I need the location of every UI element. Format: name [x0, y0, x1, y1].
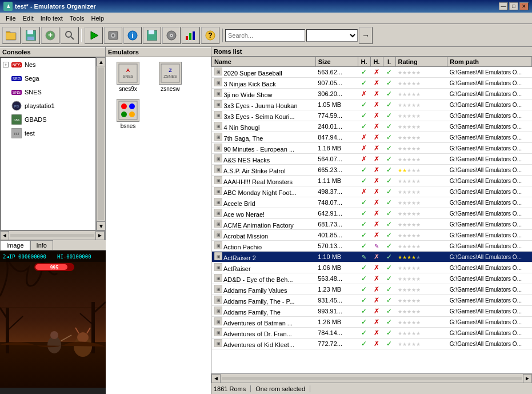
consoles-scroll-up[interactable]: ▲ — [97, 57, 105, 66]
rom-rating[interactable]: ★★★★★ — [395, 197, 447, 208]
open-folder-button[interactable] — [2, 27, 21, 44]
rom-rating[interactable]: ★★★★★ — [395, 186, 447, 197]
rom-rating[interactable]: ★★★★★ — [395, 143, 447, 154]
table-row[interactable]: ▣ AD&D - Eye of the Beh... 563.48... ✓ ✗… — [212, 273, 532, 284]
col-h1[interactable]: H. — [358, 57, 370, 67]
table-row[interactable]: ▣ Addams Family, The - P... 931.45... ✓ … — [212, 295, 532, 306]
menu-help[interactable]: Help — [88, 14, 108, 22]
rom-rating[interactable]: ★★★★★ — [395, 284, 447, 295]
table-row[interactable]: ▣ Addams Family, The 993.91... ✓ ✗ ✓ ★★★… — [212, 306, 532, 317]
col-rating[interactable]: Rating — [395, 57, 447, 67]
consoles-scroll-right[interactable]: ► — [95, 231, 105, 240]
chart-button[interactable] — [182, 27, 200, 44]
filter-dropdown[interactable] — [306, 29, 358, 42]
table-row[interactable]: ▣ 7th Saga, The 847.94... ✗ ✗ ✓ ★★★★★ G:… — [212, 132, 532, 143]
table-row[interactable]: ▣ 90 Minutes - European ... 1.18 MB ✗ ✗ … — [212, 143, 532, 154]
emulator-bsnes[interactable]: bsnes — [108, 97, 148, 132]
table-row[interactable]: ▣ ActRaiser 2 1.10 MB ✎ ✗ ✓ ★★★★★ G:\Gam… — [212, 252, 532, 262]
emulator-snes9x[interactable]: ASNES snes9x — [108, 59, 148, 94]
table-row[interactable]: ▣ 2020 Super Baseball 563.62... ✓ ✗ ✓ ★★… — [212, 67, 532, 78]
col-size[interactable]: Size — [315, 57, 358, 67]
col-i[interactable]: I. — [383, 57, 395, 67]
emulator-zsnesw[interactable]: ZZSNES zsnesw — [150, 59, 190, 94]
menu-info-text[interactable]: Info text — [37, 14, 66, 22]
rom-rating[interactable]: ★★★★★ — [395, 89, 447, 100]
tab-info[interactable]: Info — [30, 240, 53, 250]
consoles-scroll-down[interactable]: ▼ — [97, 221, 105, 230]
table-row[interactable]: ▣ 3 Ninjas Kick Back 907.05... ✓ ✗ ✓ ★★★… — [212, 78, 532, 89]
table-row[interactable]: ▣ Adventures of Kid Kleet... 772.72... ✓… — [212, 339, 532, 349]
close-button[interactable]: ✕ — [519, 2, 529, 10]
col-rompath[interactable]: Rom path — [447, 57, 532, 67]
maximize-button[interactable]: □ — [509, 2, 518, 10]
rom-rating[interactable]: ★★★★★ — [395, 262, 447, 273]
menu-tools[interactable]: Tools — [66, 14, 88, 22]
table-row[interactable]: ▣ Accele Brid 748.07... ✓ ✗ ✓ ★★★★★ G:\G… — [212, 197, 532, 208]
col-h2[interactable]: H. — [370, 57, 383, 67]
save-button[interactable] — [22, 27, 40, 44]
rom-rating[interactable]: ★★★★★ — [395, 121, 447, 132]
rom-rating[interactable]: ★★★★★ — [395, 110, 447, 121]
table-row[interactable]: ▣ ACME Animation Factory 681.73... ✓ ✗ ✓… — [212, 219, 532, 230]
table-row[interactable]: ▣ ABC Monday Night Foot... 498.37... ✗ ✗… — [212, 186, 532, 197]
tab-image[interactable]: Image — [0, 240, 30, 250]
table-row[interactable]: ▣ A.S.P. Air Strike Patrol 665.23... ✓ ✗… — [212, 165, 532, 176]
table-row[interactable]: ▣ Acrobat Mission 401.85... ✓ ✗ ✓ ★★★★★ … — [212, 230, 532, 241]
table-row[interactable]: ▣ 4 Nin Shougi 240.01... ✓ ✗ ✓ ★★★★★ G:\… — [212, 121, 532, 132]
table-row[interactable]: ▣ 3x3 Eyes - Seima Kouri... 774.59... ✓ … — [212, 110, 532, 121]
minimize-button[interactable]: — — [499, 2, 508, 10]
search-input[interactable] — [225, 29, 305, 42]
disc-button[interactable] — [162, 27, 181, 44]
roms-scroll-left[interactable]: ◄ — [211, 374, 221, 383]
table-row[interactable]: ▣ Adventures of Dr. Fran... 784.14... ✓ … — [212, 328, 532, 339]
rom-rating[interactable]: ★★★★★ — [395, 241, 447, 252]
rom-rating[interactable]: ★★★★★ — [395, 78, 447, 89]
table-row[interactable]: ▣ AAAHH!!! Real Monsters 1.11 MB ✓ ✗ ✓ ★… — [212, 176, 532, 186]
info-button[interactable]: i — [123, 27, 142, 44]
roms-table-container[interactable]: Name Size H. H. I. Rating Rom path ▣ 202… — [211, 57, 532, 373]
table-row[interactable]: ▣ 3ji no Wide Show 306.20... ✗ ✗ ✓ ★★★★★… — [212, 89, 532, 100]
rom-rating[interactable]: ★★★★★ — [395, 317, 447, 328]
roms-hscroll[interactable]: ◄ ► — [211, 373, 532, 383]
rom-rating[interactable]: ★★★★★ — [395, 132, 447, 143]
menu-edit[interactable]: Edit — [19, 14, 37, 22]
rom-rating[interactable]: ★★★★★ — [395, 219, 447, 230]
table-row[interactable]: ▣ Ace wo Nerae! 642.91... ✓ ✗ ✓ ★★★★★ G:… — [212, 208, 532, 219]
export-button[interactable] — [143, 27, 161, 44]
console-item-nes[interactable]: + NES Nes — [1, 58, 95, 71]
rom-rating[interactable]: ★★★★★ — [395, 339, 447, 349]
add-button[interactable]: + — [41, 27, 59, 44]
help-button[interactable]: ? — [201, 27, 219, 44]
rom-rating[interactable]: ★★★★★ — [395, 176, 447, 186]
table-row[interactable]: ▣ 3x3 Eyes - Juuma Houkan 1.05 MB ✓ ✗ ✓ … — [212, 100, 532, 110]
rom-rating[interactable]: ★★★★★ — [395, 252, 447, 262]
console-item-gbads[interactable]: GBA GBADS — [1, 113, 95, 126]
rom-rating[interactable]: ★★★★★ — [395, 154, 447, 165]
rom-rating[interactable]: ★★★★★ — [395, 306, 447, 317]
consoles-list[interactable]: + NES Nes SEG Sega SNS SNES — [0, 57, 96, 230]
rom-rating[interactable]: ★★★★★ — [395, 165, 447, 176]
table-row[interactable]: ▣ ActRaiser 1.06 MB ✓ ✗ ✓ ★★★★★ G:\Games… — [212, 262, 532, 273]
search-button[interactable] — [61, 27, 79, 44]
table-row[interactable]: ▣ Adventures of Batman ... 1.26 MB ✓ ✗ ✓… — [212, 317, 532, 328]
console-item-snes[interactable]: SNS SNES — [1, 85, 95, 99]
rom-rating[interactable]: ★★★★★ — [395, 295, 447, 306]
table-row[interactable]: ▣ Addams Family Values 1.23 MB ✓ ✗ ✓ ★★★… — [212, 284, 532, 295]
console-item-sega[interactable]: SEG Sega — [1, 71, 95, 85]
rom-rating[interactable]: ★★★★★ — [395, 273, 447, 284]
console-item-ps1[interactable]: PS playstatio1 — [1, 99, 95, 113]
rom-rating[interactable]: ★★★★★ — [395, 208, 447, 219]
menu-file[interactable]: File — [2, 14, 19, 22]
expand-nes[interactable]: + — [3, 62, 9, 67]
launch-button[interactable] — [85, 27, 103, 44]
rom-rating[interactable]: ★★★★★ — [395, 67, 447, 78]
consoles-scroll-left[interactable]: ◄ — [0, 231, 9, 240]
import-button[interactable] — [104, 27, 122, 44]
roms-scroll-right[interactable]: ► — [523, 374, 532, 383]
rom-rating[interactable]: ★★★★★ — [395, 328, 447, 339]
window-controls[interactable]: — □ ✕ — [499, 2, 529, 10]
rom-rating[interactable]: ★★★★★ — [395, 100, 447, 110]
rom-rating[interactable]: ★★★★★ — [395, 230, 447, 241]
console-item-test[interactable]: TST test — [1, 126, 95, 140]
table-row[interactable]: ▣ A&S NES Hacks 564.07... ✗ ✗ ✓ ★★★★★ G:… — [212, 154, 532, 165]
